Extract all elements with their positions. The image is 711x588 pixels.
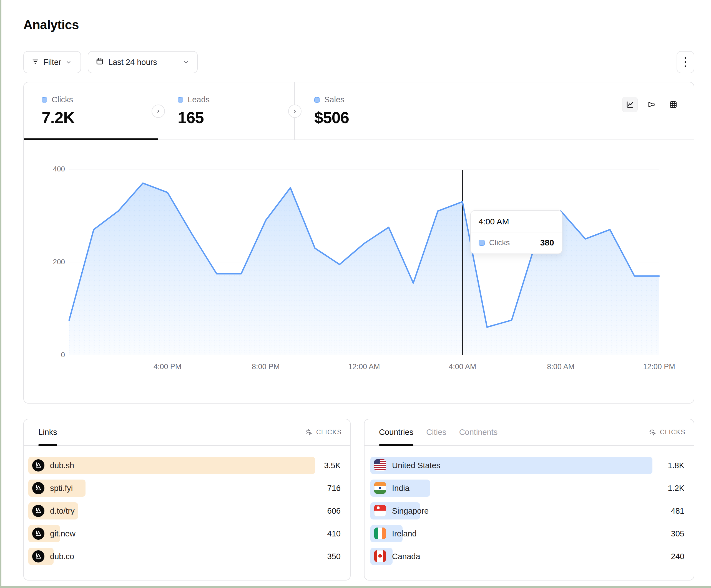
clicks-value: 7.2K — [42, 108, 158, 127]
country-row[interactable]: Singapore 481 — [370, 502, 687, 520]
dub-logo-icon — [32, 505, 44, 517]
dub-logo-icon — [32, 482, 44, 494]
date-range-button[interactable]: Last 24 hours — [88, 51, 198, 73]
link-row[interactable]: d.to/try 606 — [28, 502, 343, 520]
filter-button[interactable]: Filter — [23, 51, 81, 73]
link-label: dub.sh — [50, 461, 74, 470]
line-chart-icon — [625, 100, 634, 109]
filter-icon — [31, 57, 39, 67]
link-clicks-value: 716 — [327, 484, 341, 493]
links-metric-selector[interactable]: CLICKS — [305, 429, 342, 436]
link-label: d.to/try — [50, 506, 75, 516]
country-row[interactable]: Canada 240 — [370, 548, 687, 565]
link-row[interactable]: spti.fyi 716 — [28, 479, 343, 497]
page-edge-left — [0, 0, 1, 588]
x-axis-tick: 4:00 PM — [153, 362, 181, 371]
link-clicks-value: 606 — [327, 506, 341, 516]
kebab-vertical-icon — [685, 57, 686, 59]
country-label: United States — [392, 461, 440, 470]
tooltip-series-label: Clicks — [489, 238, 510, 247]
toolbar: Filter Last 24 hours — [23, 51, 694, 73]
date-range-label: Last 24 hours — [108, 58, 157, 67]
x-axis-tick: 8:00 PM — [252, 362, 280, 371]
expand-leads-button[interactable] — [288, 105, 302, 118]
tab-countries[interactable]: Countries — [379, 420, 413, 445]
country-label: Singapore — [392, 506, 429, 516]
country-clicks-value: 1.8K — [668, 461, 684, 470]
us-flag-icon — [374, 459, 386, 472]
country-label: Canada — [392, 552, 420, 561]
country-label: Ireland — [392, 529, 417, 538]
tab-cities[interactable]: Cities — [426, 420, 447, 445]
links-list: dub.sh 3.5K spti.fyi 716 d.to/try 606 — [24, 446, 350, 565]
x-axis-tick: 4:00 AM — [449, 362, 476, 371]
link-row[interactable]: dub.co 350 — [28, 548, 343, 565]
clicks-area-chart[interactable]: 400 200 0 4:00 PM 8:00 PM 12:00 AM 4:00 … — [24, 140, 694, 403]
chevron-right-icon — [155, 108, 161, 114]
sales-tab-label: Sales — [324, 95, 345, 104]
leads-legend-swatch — [178, 97, 183, 103]
expand-clicks-button[interactable] — [152, 105, 165, 118]
tab-continents[interactable]: Continents — [459, 420, 498, 445]
clicks-legend-swatch — [479, 240, 485, 246]
x-axis-tick: 12:00 AM — [348, 362, 380, 371]
link-label: spti.fyi — [50, 484, 73, 493]
geo-metric-selector[interactable]: CLICKS — [649, 429, 686, 436]
table-view-button[interactable] — [666, 97, 681, 112]
cities-tab-label: Cities — [426, 428, 447, 437]
page-edge-bottom — [0, 586, 711, 588]
link-row[interactable]: git.new 410 — [28, 525, 343, 542]
analytics-chart-card: Clicks 7.2K Leads 165 Sales $506 — [23, 82, 694, 404]
y-axis-tick: 400 — [42, 165, 65, 173]
cursor-rays-icon — [649, 429, 656, 436]
link-clicks-value: 3.5K — [324, 461, 341, 470]
sales-value: $506 — [314, 108, 411, 127]
breakdown-panels: Links CLICKS dub.sh 3.5K — [23, 419, 694, 581]
analytics-page: Analytics Filter Last 24 hours — [23, 0, 694, 581]
geo-metric-label: CLICKS — [660, 429, 686, 436]
clicks-legend-swatch — [42, 97, 47, 103]
geo-panel: Countries Cities Continents CLICKS — [364, 419, 694, 581]
country-clicks-value: 481 — [671, 506, 684, 516]
country-row[interactable]: India 1.2K — [370, 479, 687, 497]
y-axis-tick: 0 — [42, 350, 65, 359]
sales-legend-swatch — [314, 97, 320, 103]
country-clicks-value: 305 — [671, 529, 684, 538]
chevron-right-icon — [292, 108, 298, 114]
country-clicks-value: 240 — [671, 552, 684, 561]
links-metric-label: CLICKS — [316, 429, 342, 436]
india-flag-icon — [374, 482, 386, 494]
funnel-icon — [647, 100, 656, 109]
funnel-view-button[interactable] — [644, 97, 659, 112]
dub-logo-icon — [32, 459, 44, 472]
ireland-flag-icon — [374, 527, 386, 540]
country-label: India — [392, 484, 409, 493]
country-row[interactable]: United States 1.8K — [370, 457, 687, 474]
line-chart-view-button[interactable] — [622, 97, 638, 112]
tab-links[interactable]: Links — [38, 420, 57, 445]
link-label: git.new — [50, 529, 76, 538]
dub-logo-icon — [32, 527, 44, 540]
dub-logo-icon — [32, 550, 44, 563]
chart-tooltip: 4:00 AM Clicks 380 — [470, 210, 562, 254]
tab-sales[interactable]: Sales $506 — [295, 82, 411, 139]
link-label: dub.co — [50, 552, 74, 561]
singapore-flag-icon — [374, 505, 386, 517]
leads-tab-label: Leads — [188, 95, 210, 104]
leads-value: 165 — [178, 108, 294, 127]
link-clicks-value: 410 — [327, 529, 341, 538]
y-axis-tick: 200 — [42, 258, 65, 266]
link-row[interactable]: dub.sh 3.5K — [28, 457, 343, 474]
page-title: Analytics — [23, 17, 694, 32]
x-axis-tick: 12:00 PM — [643, 362, 675, 371]
tab-leads[interactable]: Leads 165 — [158, 82, 295, 139]
canada-flag-icon — [374, 550, 386, 563]
continents-tab-label: Continents — [459, 428, 498, 437]
more-options-button[interactable] — [676, 51, 694, 73]
geo-panel-header: Countries Cities Continents CLICKS — [365, 420, 694, 446]
country-row[interactable]: Ireland 305 — [370, 525, 687, 542]
chart-view-switcher — [622, 97, 681, 112]
tooltip-value: 380 — [540, 238, 554, 247]
tab-clicks[interactable]: Clicks 7.2K — [24, 82, 158, 139]
stats-tab-row: Clicks 7.2K Leads 165 Sales $506 — [24, 82, 694, 140]
